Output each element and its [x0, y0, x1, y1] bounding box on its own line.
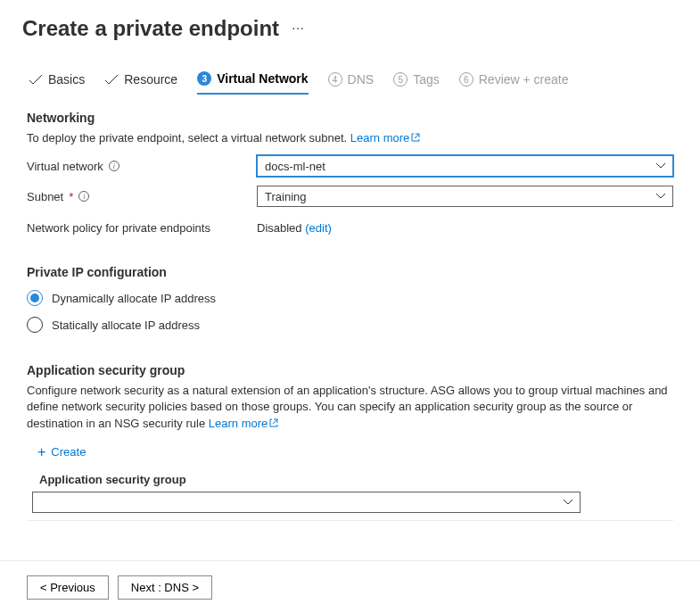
external-link-icon — [411, 130, 420, 146]
chevron-down-icon — [655, 162, 666, 170]
chevron-down-icon — [655, 193, 666, 200]
footer: < Previous Next : DNS > — [0, 560, 700, 604]
step-number-badge: 4 — [328, 72, 342, 87]
next-button[interactable]: Next : DNS > — [118, 575, 212, 600]
radio-dynamic-ip[interactable]: Dynamically allocate IP address — [27, 290, 673, 306]
chevron-down-icon — [563, 499, 573, 506]
tab-tags[interactable]: 5 Tags — [393, 72, 440, 94]
edit-policy-link[interactable]: (edit) — [305, 221, 332, 235]
more-actions-icon[interactable]: ⋯ — [292, 21, 304, 36]
vnet-value: docs-ml-net — [265, 160, 325, 173]
tab-label: Resource — [124, 72, 177, 87]
section-title-private-ip: Private IP configuration — [27, 265, 673, 279]
radio-icon — [27, 290, 43, 306]
tab-basics[interactable]: Basics — [29, 72, 85, 94]
tab-label: DNS — [348, 72, 375, 87]
subnet-label: Subnet * i — [27, 190, 257, 203]
plus-icon: + — [37, 444, 45, 460]
radio-icon — [27, 317, 43, 333]
tab-virtual-network[interactable]: 3 Virtual Network — [197, 71, 308, 95]
tab-resource[interactable]: Resource — [104, 72, 177, 94]
subnet-value: Training — [265, 190, 306, 203]
tab-label: Tags — [413, 72, 440, 87]
private-ip-section: Private IP configuration Dynamically all… — [27, 265, 673, 333]
radio-static-ip[interactable]: Statically allocate IP address — [27, 317, 673, 333]
vnet-label: Virtual network i — [27, 160, 257, 173]
radio-label: Statically allocate IP address — [52, 319, 200, 332]
asg-description: Configure network security as a natural … — [27, 383, 673, 432]
asg-column-header: Application security group — [27, 473, 673, 492]
step-number-badge: 6 — [459, 72, 474, 87]
tab-label: Review + create — [479, 72, 569, 87]
tab-dns[interactable]: 4 DNS — [328, 72, 375, 94]
network-policy-label: Network policy for private endpoints — [27, 221, 257, 235]
tab-label: Basics — [48, 72, 85, 87]
required-asterisk: * — [69, 190, 73, 203]
learn-more-link[interactable]: Learn more — [350, 131, 420, 145]
network-policy-value: Disabled (edit) — [257, 221, 332, 235]
previous-button[interactable]: < Previous — [27, 575, 109, 600]
networking-section: Networking To deploy the private endpoin… — [27, 111, 673, 235]
create-asg-button[interactable]: + Create — [27, 444, 86, 460]
info-icon[interactable]: i — [78, 191, 89, 202]
wizard-tabs: Basics Resource 3 Virtual Network 4 DNS … — [0, 45, 700, 95]
radio-label: Dynamically allocate IP address — [52, 292, 216, 305]
separator — [27, 520, 673, 521]
step-number-badge: 5 — [393, 72, 408, 87]
networking-description: To deploy the private endpoint, select a… — [27, 130, 673, 146]
subnet-select[interactable]: Training — [257, 186, 673, 207]
asg-select[interactable] — [32, 492, 581, 513]
section-title-networking: Networking — [27, 111, 673, 125]
tab-label: Virtual Network — [217, 71, 308, 86]
check-icon — [29, 73, 43, 86]
info-icon[interactable]: i — [109, 161, 119, 171]
vnet-select[interactable]: docs-ml-net — [257, 155, 673, 177]
section-title-asg: Application security group — [27, 363, 673, 377]
page-title: Create a private endpoint — [22, 16, 279, 41]
tab-review-create[interactable]: 6 Review + create — [459, 72, 569, 94]
learn-more-link[interactable]: Learn more — [209, 417, 278, 430]
step-number-badge: 3 — [197, 71, 211, 86]
asg-section: Application security group Configure net… — [27, 363, 673, 521]
external-link-icon — [269, 416, 278, 432]
check-icon — [104, 73, 119, 86]
